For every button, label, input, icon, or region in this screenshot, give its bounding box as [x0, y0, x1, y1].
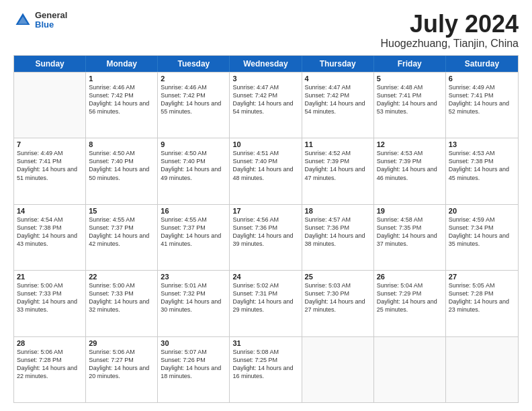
day-number: 6: [449, 75, 515, 83]
cell-info: Sunrise: 5:01 AMSunset: 7:32 PMDaylight:…: [161, 281, 226, 314]
cal-week: 1Sunrise: 4:46 AMSunset: 7:42 PMDaylight…: [14, 72, 518, 138]
cell-info: Sunrise: 5:05 AMSunset: 7:28 PMDaylight:…: [449, 281, 515, 314]
cell-info: Sunrise: 5:00 AMSunset: 7:33 PMDaylight:…: [17, 281, 83, 314]
cell-info: Sunrise: 4:57 AMSunset: 7:36 PMDaylight:…: [305, 216, 371, 248]
cell-info: Sunrise: 5:04 AMSunset: 7:29 PMDaylight:…: [377, 281, 443, 314]
cal-cell: 5Sunrise: 4:48 AMSunset: 7:41 PMDaylight…: [374, 73, 446, 138]
cal-cell: 20Sunrise: 4:59 AMSunset: 7:34 PMDayligh…: [446, 205, 518, 270]
cal-week: 14Sunrise: 4:54 AMSunset: 7:38 PMDayligh…: [14, 204, 518, 270]
day-number: 13: [449, 140, 515, 148]
cell-info: Sunrise: 4:47 AMSunset: 7:42 PMDaylight:…: [305, 83, 371, 116]
day-number: 27: [449, 273, 515, 281]
cal-cell: 7Sunrise: 4:49 AMSunset: 7:41 PMDaylight…: [14, 138, 86, 203]
cal-header-day: Tuesday: [158, 56, 230, 72]
cell-info: Sunrise: 4:54 AMSunset: 7:38 PMDaylight:…: [17, 216, 83, 248]
cell-info: Sunrise: 4:58 AMSunset: 7:35 PMDaylight:…: [377, 216, 443, 248]
day-number: 30: [161, 339, 226, 347]
cell-info: Sunrise: 4:46 AMSunset: 7:42 PMDaylight:…: [161, 83, 226, 116]
cal-week: 21Sunrise: 5:00 AMSunset: 7:33 PMDayligh…: [14, 270, 518, 336]
cal-cell: 11Sunrise: 4:52 AMSunset: 7:39 PMDayligh…: [302, 138, 374, 203]
cal-cell: 10Sunrise: 4:51 AMSunset: 7:40 PMDayligh…: [230, 138, 302, 203]
day-number: 3: [232, 75, 298, 83]
cell-info: Sunrise: 5:03 AMSunset: 7:30 PMDaylight:…: [305, 281, 371, 314]
cal-cell: [374, 337, 446, 402]
cal-cell: 16Sunrise: 4:55 AMSunset: 7:37 PMDayligh…: [158, 205, 230, 270]
logo-blue: Blue: [35, 20, 67, 30]
cell-info: Sunrise: 4:52 AMSunset: 7:39 PMDaylight:…: [305, 149, 371, 182]
day-number: 1: [89, 75, 154, 83]
cal-cell: 8Sunrise: 4:50 AMSunset: 7:40 PMDaylight…: [86, 138, 158, 203]
cell-info: Sunrise: 4:59 AMSunset: 7:34 PMDaylight:…: [449, 216, 515, 248]
day-number: 8: [89, 140, 154, 148]
calendar-body: 1Sunrise: 4:46 AMSunset: 7:42 PMDaylight…: [14, 72, 518, 402]
cal-header-day: Thursday: [302, 56, 374, 72]
cal-cell: 18Sunrise: 4:57 AMSunset: 7:36 PMDayligh…: [302, 205, 374, 270]
day-number: 7: [17, 140, 83, 148]
cal-cell: [302, 337, 374, 402]
cal-cell: 13Sunrise: 4:53 AMSunset: 7:38 PMDayligh…: [446, 138, 518, 203]
cell-info: Sunrise: 4:50 AMSunset: 7:40 PMDaylight:…: [161, 149, 226, 182]
cal-header-day: Sunday: [14, 56, 86, 72]
cal-cell: 22Sunrise: 5:00 AMSunset: 7:33 PMDayligh…: [86, 271, 158, 336]
cell-info: Sunrise: 4:48 AMSunset: 7:41 PMDaylight:…: [377, 83, 443, 116]
cal-cell: 2Sunrise: 4:46 AMSunset: 7:42 PMDaylight…: [158, 73, 230, 138]
day-number: 10: [232, 140, 298, 148]
header: General Blue July 2024 Huogezhuang, Tian…: [13, 11, 519, 50]
main-title: July 2024: [381, 11, 519, 38]
cell-info: Sunrise: 4:49 AMSunset: 7:41 PMDaylight:…: [449, 83, 515, 116]
day-number: 26: [377, 273, 443, 281]
cell-info: Sunrise: 4:55 AMSunset: 7:37 PMDaylight:…: [89, 216, 154, 248]
cal-cell: 27Sunrise: 5:05 AMSunset: 7:28 PMDayligh…: [446, 271, 518, 336]
cal-cell: 14Sunrise: 4:54 AMSunset: 7:38 PMDayligh…: [14, 205, 86, 270]
subtitle: Huogezhuang, Tianjin, China: [381, 38, 519, 50]
cal-cell: 29Sunrise: 5:06 AMSunset: 7:27 PMDayligh…: [86, 337, 158, 402]
logo-icon: [13, 11, 32, 30]
cal-week: 28Sunrise: 5:06 AMSunset: 7:28 PMDayligh…: [14, 336, 518, 402]
day-number: 11: [305, 140, 371, 148]
day-number: 12: [377, 140, 443, 148]
day-number: 17: [232, 207, 298, 215]
title-block: July 2024 Huogezhuang, Tianjin, China: [381, 11, 519, 50]
cell-info: Sunrise: 4:55 AMSunset: 7:37 PMDaylight:…: [161, 216, 226, 248]
day-number: 25: [305, 273, 371, 281]
cal-header-day: Saturday: [446, 56, 518, 72]
day-number: 4: [305, 75, 371, 83]
cell-info: Sunrise: 5:08 AMSunset: 7:25 PMDaylight:…: [232, 348, 298, 381]
cell-info: Sunrise: 5:02 AMSunset: 7:31 PMDaylight:…: [232, 281, 298, 314]
cell-info: Sunrise: 4:46 AMSunset: 7:42 PMDaylight:…: [89, 83, 154, 116]
day-number: 28: [17, 339, 83, 347]
cal-cell: 26Sunrise: 5:04 AMSunset: 7:29 PMDayligh…: [374, 271, 446, 336]
cal-cell: 17Sunrise: 4:56 AMSunset: 7:36 PMDayligh…: [230, 205, 302, 270]
cell-info: Sunrise: 4:53 AMSunset: 7:39 PMDaylight:…: [377, 149, 443, 182]
day-number: 16: [161, 207, 226, 215]
cal-cell: 31Sunrise: 5:08 AMSunset: 7:25 PMDayligh…: [230, 337, 302, 402]
cal-cell: 1Sunrise: 4:46 AMSunset: 7:42 PMDaylight…: [86, 73, 158, 138]
day-number: 20: [449, 207, 515, 215]
cal-cell: 19Sunrise: 4:58 AMSunset: 7:35 PMDayligh…: [374, 205, 446, 270]
cal-cell: 12Sunrise: 4:53 AMSunset: 7:39 PMDayligh…: [374, 138, 446, 203]
calendar-header: SundayMondayTuesdayWednesdayThursdayFrid…: [14, 56, 518, 72]
day-number: 5: [377, 75, 443, 83]
cell-info: Sunrise: 4:47 AMSunset: 7:42 PMDaylight:…: [232, 83, 298, 116]
cal-cell: 6Sunrise: 4:49 AMSunset: 7:41 PMDaylight…: [446, 73, 518, 138]
cal-cell: 4Sunrise: 4:47 AMSunset: 7:42 PMDaylight…: [302, 73, 374, 138]
day-number: 9: [161, 140, 226, 148]
cal-cell: 15Sunrise: 4:55 AMSunset: 7:37 PMDayligh…: [86, 205, 158, 270]
day-number: 23: [161, 273, 226, 281]
cal-cell: 3Sunrise: 4:47 AMSunset: 7:42 PMDaylight…: [230, 73, 302, 138]
cell-info: Sunrise: 4:56 AMSunset: 7:36 PMDaylight:…: [232, 216, 298, 248]
cell-info: Sunrise: 4:50 AMSunset: 7:40 PMDaylight:…: [89, 149, 154, 182]
page: General Blue July 2024 Huogezhuang, Tian…: [0, 0, 532, 411]
cell-info: Sunrise: 4:53 AMSunset: 7:38 PMDaylight:…: [449, 149, 515, 182]
cell-info: Sunrise: 4:49 AMSunset: 7:41 PMDaylight:…: [17, 149, 83, 182]
day-number: 22: [89, 273, 154, 281]
cal-cell: 24Sunrise: 5:02 AMSunset: 7:31 PMDayligh…: [230, 271, 302, 336]
calendar: SundayMondayTuesdayWednesdayThursdayFrid…: [13, 55, 519, 403]
day-number: 19: [377, 207, 443, 215]
cal-cell: 9Sunrise: 4:50 AMSunset: 7:40 PMDaylight…: [158, 138, 230, 203]
cell-info: Sunrise: 5:07 AMSunset: 7:26 PMDaylight:…: [161, 348, 226, 381]
cal-cell: 25Sunrise: 5:03 AMSunset: 7:30 PMDayligh…: [302, 271, 374, 336]
cal-cell: 30Sunrise: 5:07 AMSunset: 7:26 PMDayligh…: [158, 337, 230, 402]
cell-info: Sunrise: 4:51 AMSunset: 7:40 PMDaylight:…: [232, 149, 298, 182]
day-number: 24: [232, 273, 298, 281]
